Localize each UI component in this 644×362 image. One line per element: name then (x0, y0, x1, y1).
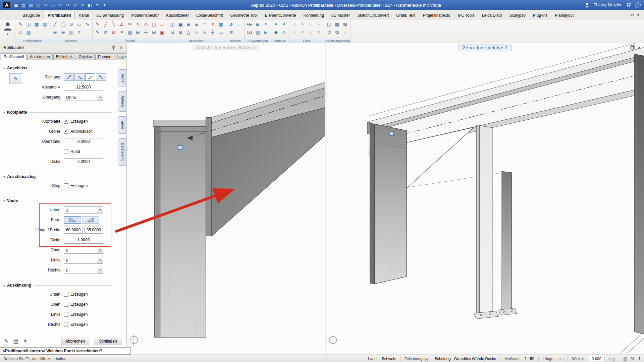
shop-cart-icon[interactable] (626, 2, 631, 8)
chevron-down-icon[interactable] (97, 247, 103, 253)
ribbon-tool-icon[interactable]: ⊞ (254, 20, 261, 28)
voute-rechts-select[interactable]: 0 (64, 267, 103, 274)
ribbon-tool-icon[interactable]: ∿ (84, 20, 91, 28)
palette-tab[interactable]: Assistenten (27, 53, 52, 60)
ribbon-tab[interactable]: Plug-ins (529, 11, 551, 19)
cut-icon[interactable]: ✂ (42, 2, 49, 8)
swap-icon[interactable]: ⇄ (72, 2, 78, 8)
section-anschluss[interactable]: Anschluss (0, 64, 126, 72)
chevron-down-icon[interactable] (97, 257, 103, 263)
anschluss-edit-button[interactable]: ✎ (9, 73, 22, 83)
palette-side-tab[interactable]: Ende (118, 116, 126, 134)
ribbon-tool-icon[interactable]: ┼ (142, 28, 150, 36)
label-icon[interactable]: Abc (246, 20, 253, 28)
ribbon-tool-icon[interactable]: ╲ (110, 20, 117, 28)
ribbon-tool-icon[interactable]: ▱ (158, 20, 166, 28)
ribbon-tab[interactable]: Profilbauteil (44, 11, 75, 19)
voute-unten-select[interactable]: 1 (64, 206, 103, 214)
steg-erzeugen-checkbox[interactable] (64, 183, 68, 188)
text-icon[interactable]: A (201, 28, 208, 36)
ribbon-tool-icon[interactable]: ⊟ (193, 20, 200, 28)
richtung-option-2[interactable] (74, 73, 85, 81)
richtung-option-1[interactable] (64, 73, 74, 81)
ribbon-tab[interactable]: IFC Tools (454, 11, 478, 19)
ribbon-tool-icon[interactable]: ⊙ (67, 20, 75, 28)
circle-tool-icon[interactable]: ◯ (59, 20, 67, 28)
ueberstand-input[interactable] (64, 138, 103, 145)
ribbon-tool-icon[interactable]: ▽ (315, 20, 322, 28)
section-ausklinkung[interactable]: Ausklinkung (0, 281, 126, 289)
ribbon-tool-icon[interactable]: ✕ (315, 28, 322, 36)
ribbon-tab[interactable]: Projektinspecto (419, 11, 454, 19)
ribbon-tool-icon[interactable]: ⇄ (102, 28, 109, 36)
kopfplatte-dicke-input[interactable] (64, 158, 103, 165)
ribbon-tool-icon[interactable]: ⌂ (17, 28, 24, 36)
ribbon-tool-icon[interactable]: ◇ (142, 20, 150, 28)
palette-side-tab[interactable]: Anfang (118, 91, 126, 112)
voute-dicke-input[interactable] (64, 237, 103, 244)
redo-icon[interactable]: ↷ (64, 2, 71, 8)
ribbon-tab[interactable]: ElementConverte (261, 11, 300, 19)
ribbon-tool-icon[interactable]: ◫ (169, 20, 176, 28)
profile-edit-icon[interactable]: ✎ (17, 20, 24, 28)
ribbon-tool-icon[interactable]: ◫ (325, 20, 333, 28)
zoom-out-icon[interactable]: ⊖ (59, 28, 67, 36)
grid-icon[interactable]: ⌗ (79, 2, 86, 8)
number-icon[interactable]: 123 (246, 28, 253, 36)
close-icon[interactable] (118, 45, 124, 50)
palette-tab[interactable]: Objekte (76, 53, 95, 60)
line-tool-icon[interactable]: ╱ (51, 20, 59, 28)
ribbon-tab[interactable]: Klassifizierer (162, 11, 193, 19)
ribbon-tab[interactable]: SketchUpConvert (354, 11, 392, 19)
user-name[interactable]: Thierry Metzler (594, 3, 622, 7)
massstab-value[interactable]: 1 : 50 (525, 357, 534, 361)
palette-side-tab[interactable]: Profil (118, 69, 126, 86)
viewport-front-view[interactable]: Ansicht von vorne, Süden:1 (127, 43, 325, 354)
undo-icon[interactable]: ↶ (57, 2, 64, 8)
ribbon-tool-icon[interactable]: ⌗ (201, 20, 208, 28)
ribbon-tool-icon[interactable]: ⌗ (75, 28, 83, 36)
voute-links-select[interactable]: 0 (64, 257, 103, 264)
ribbon-tool-icon[interactable]: ▦ (33, 20, 40, 28)
viewport-title[interactable]: Zentralperspektive:2 (459, 45, 512, 51)
ribbon-tab[interactable]: Grafik Text (392, 11, 419, 19)
ribbon-tool-icon[interactable]: ✎ (299, 20, 306, 28)
measure-length-icon[interactable]: ↔ (235, 20, 243, 28)
ribbon-tool-icon[interactable]: ▦ (67, 28, 75, 36)
ribbon-tool-icon[interactable]: ▣ (177, 20, 184, 28)
zoom-in-icon[interactable]: ⊕ (51, 28, 59, 36)
ribbon-tool-icon[interactable]: ≡ (299, 28, 306, 36)
ribbon-tab[interactable]: Scalypso (505, 11, 529, 19)
ribbon-tool-icon[interactable]: ▦ (333, 20, 341, 28)
viewport-perspective[interactable]: Zentralperspektive:2 × (326, 43, 644, 354)
ribbon-tool-icon[interactable]: ✎ (94, 20, 101, 28)
ribbon-tool-icon[interactable]: ▽ (307, 20, 314, 28)
ribbon-tool-icon[interactable]: ▽ (291, 28, 298, 36)
ribbon-tool-icon[interactable]: ⊡ (169, 28, 176, 36)
ribbon-tool-icon[interactable]: ⊟ (150, 28, 158, 36)
voute-form-option-2[interactable] (82, 216, 99, 224)
ribbon-tool-icon[interactable]: ▤ (254, 28, 261, 36)
ribbon-tool-icon[interactable]: ⊠ (341, 20, 349, 28)
ribbon-tool-icon[interactable]: ≋ (227, 28, 235, 36)
restore-window-icon[interactable] (630, 45, 635, 50)
ribbon-tab[interactable]: Baugrube (19, 11, 44, 19)
ribbon-tab[interactable]: 3D Muster (328, 11, 354, 19)
reset-icon[interactable]: ↺ (325, 28, 333, 36)
dropdown-icon[interactable]: ▾ (101, 2, 108, 8)
chevron-down-icon[interactable]: ▾ (637, 13, 639, 17)
ribbon-tool-icon[interactable]: ▤ (126, 28, 133, 36)
ribbon-tool-icon[interactable]: ↔ (341, 28, 349, 36)
ribbon-tool-icon[interactable]: ▣ (158, 28, 166, 36)
ribbon-tool-icon[interactable]: ≡ (262, 20, 269, 28)
palette-tab[interactable]: Ebenen (95, 53, 114, 60)
ribbon-tool-icon[interactable]: ⊞ (185, 20, 192, 28)
ribbon-tab[interactable]: Lokal-Beschrift (193, 11, 226, 19)
grid-icon[interactable]: ▦ (623, 356, 627, 361)
ribbon-tool-icon[interactable]: ▭ (75, 20, 83, 28)
section-kopfplatte[interactable]: Kopfplatte (0, 108, 126, 116)
menu-icon[interactable]: ≡ (94, 2, 101, 8)
abbrechen-button[interactable]: Abbrechen (61, 337, 89, 345)
ribbon-tool-icon[interactable]: ▤ (41, 20, 48, 28)
ribbon-tool-icon[interactable]: ∠ (118, 20, 125, 28)
